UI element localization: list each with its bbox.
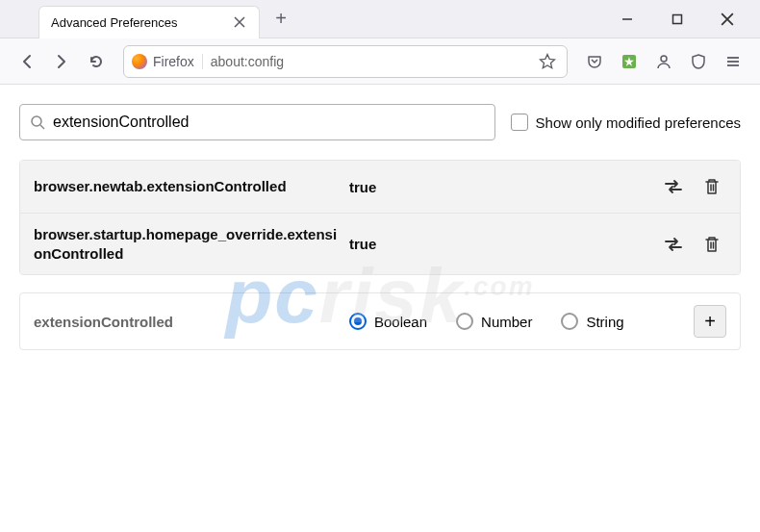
svg-point-4 (661, 56, 667, 62)
search-box[interactable] (19, 104, 495, 140)
radio-label: String (586, 314, 623, 330)
svg-rect-1 (673, 14, 682, 23)
svg-line-9 (40, 125, 44, 129)
maximize-button[interactable] (656, 5, 698, 34)
type-boolean-radio[interactable]: Boolean (349, 313, 427, 330)
new-pref-name: extensionControlled (34, 314, 342, 330)
pref-name: browser.startup.homepage_override.extens… (34, 225, 342, 263)
radio-label: Number (481, 314, 532, 330)
toggle-button[interactable] (659, 230, 688, 259)
radio-icon (561, 313, 578, 330)
extension-icon[interactable]: ★ (614, 46, 645, 77)
tab-title: Advanced Preferences (51, 15, 232, 30)
protection-icon[interactable] (683, 46, 714, 77)
identity-box[interactable]: Firefox (132, 54, 203, 69)
delete-button[interactable] (697, 172, 726, 201)
pref-table: browser.newtab.extensionControlled true … (19, 160, 741, 275)
new-tab-button[interactable]: + (267, 6, 294, 33)
toggle-button[interactable] (659, 172, 688, 201)
pref-actions (659, 172, 726, 201)
minimize-button[interactable] (606, 5, 648, 34)
radio-label: Boolean (374, 314, 427, 330)
close-tab-button[interactable] (232, 14, 247, 30)
identity-label: Firefox (153, 54, 194, 69)
add-pref-button[interactable]: + (694, 305, 726, 338)
navigation-toolbar: Firefox ★ (0, 38, 760, 85)
account-icon[interactable] (648, 46, 679, 77)
svg-text:★: ★ (624, 56, 634, 67)
firefox-icon (132, 54, 147, 69)
pref-actions (659, 230, 726, 259)
reload-button[interactable] (81, 46, 112, 77)
pref-row: browser.startup.homepage_override.extens… (20, 214, 740, 274)
pref-row: browser.newtab.extensionControlled true (20, 161, 740, 214)
pref-value: true (342, 236, 659, 252)
bookmark-star-icon[interactable] (536, 50, 559, 73)
pref-value: true (342, 179, 659, 195)
radio-icon (456, 313, 473, 330)
pref-name: browser.newtab.extensionControlled (34, 177, 342, 196)
type-number-radio[interactable]: Number (456, 313, 532, 330)
delete-button[interactable] (697, 230, 726, 259)
back-button[interactable] (12, 46, 42, 77)
search-icon (30, 114, 45, 130)
pref-search-input[interactable] (53, 114, 485, 131)
window-controls (606, 5, 760, 34)
titlebar: Advanced Preferences + (0, 0, 760, 38)
pocket-icon[interactable] (579, 46, 610, 77)
add-pref-row: extensionControlled Boolean Number Strin… (20, 293, 740, 349)
url-input[interactable] (203, 54, 536, 69)
close-window-button[interactable] (706, 5, 748, 34)
show-modified-checkbox[interactable]: Show only modified preferences (511, 114, 741, 131)
url-bar[interactable]: Firefox (123, 45, 568, 78)
type-radio-group: Boolean Number String (342, 313, 694, 330)
search-row: Show only modified preferences (19, 104, 741, 140)
browser-tab[interactable]: Advanced Preferences (38, 6, 260, 38)
checkbox-icon (511, 114, 528, 131)
page-content: Show only modified preferences browser.n… (0, 85, 760, 369)
type-string-radio[interactable]: String (561, 313, 623, 330)
add-pref-panel: extensionControlled Boolean Number Strin… (19, 292, 741, 350)
radio-icon (349, 313, 367, 330)
svg-point-8 (32, 116, 41, 126)
menu-button[interactable] (718, 46, 748, 77)
forward-button[interactable] (46, 46, 77, 77)
show-modified-label: Show only modified preferences (536, 114, 741, 131)
